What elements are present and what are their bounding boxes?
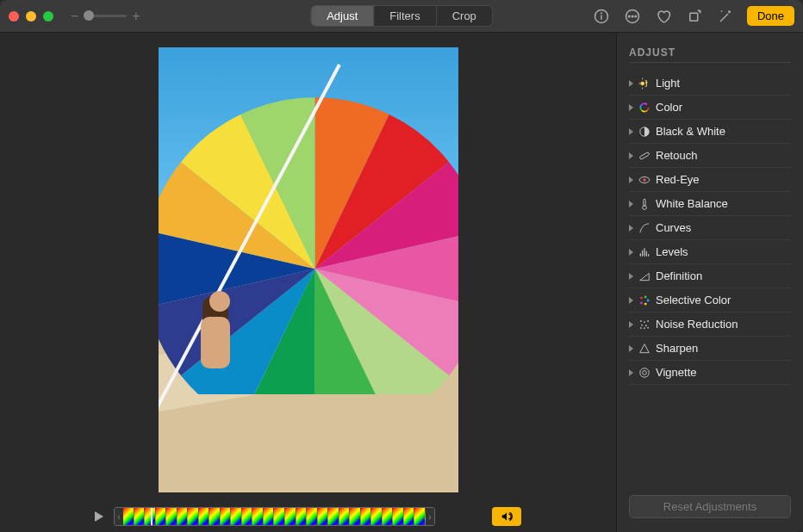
- zoom-slider[interactable]: − +: [71, 9, 140, 24]
- adjust-row-label: Color: [656, 101, 682, 114]
- favorite-heart-icon[interactable]: [654, 7, 673, 26]
- close-window-button[interactable]: [9, 11, 19, 22]
- bandage-icon: [638, 150, 650, 162]
- filmstrip-frame[interactable]: [296, 508, 308, 525]
- adjust-row-sharpen[interactable]: Sharpen: [629, 337, 791, 361]
- reset-adjustments-button[interactable]: Reset Adjustments: [629, 495, 791, 518]
- more-icon[interactable]: [623, 7, 642, 26]
- adjust-row-light[interactable]: Light: [629, 71, 791, 96]
- adjust-row-retouch[interactable]: Retouch: [629, 144, 791, 168]
- triangle-icon: [638, 270, 650, 282]
- chevron-right-icon: [629, 273, 633, 280]
- svg-rect-24: [639, 152, 650, 159]
- adjust-row-redeye[interactable]: Red-Eye: [629, 168, 791, 192]
- video-controls: ‹ ›: [0, 506, 616, 532]
- svg-point-36: [647, 299, 650, 301]
- filmstrip-frame[interactable]: [242, 508, 253, 525]
- zoom-thumb[interactable]: [84, 10, 94, 21]
- filmstrip-frame[interactable]: [393, 508, 404, 525]
- info-icon[interactable]: [592, 7, 611, 26]
- filmstrip-frame[interactable]: [328, 508, 339, 525]
- chevron-right-icon: [629, 128, 633, 135]
- tab-filters[interactable]: Filters: [374, 6, 436, 26]
- fullscreen-window-button[interactable]: [43, 11, 53, 22]
- adjust-row-definition[interactable]: Definition: [629, 264, 791, 288]
- tab-crop[interactable]: Crop: [437, 6, 492, 26]
- adjust-row-color[interactable]: Color: [629, 96, 791, 120]
- zoom-track[interactable]: [84, 15, 127, 17]
- adjust-row-bw[interactable]: Black & White: [629, 120, 791, 144]
- auto-enhance-wand-icon[interactable]: [716, 7, 735, 26]
- filmstrip-frame[interactable]: [252, 508, 264, 525]
- svg-point-26: [643, 178, 646, 182]
- canvas: [0, 33, 616, 506]
- thermometer-icon: [638, 198, 650, 210]
- chevron-right-icon: [629, 104, 633, 111]
- filmstrip-frame[interactable]: [264, 508, 275, 525]
- svg-point-6: [635, 15, 637, 17]
- zoom-out-icon: −: [71, 9, 78, 24]
- svg-line-13: [645, 85, 646, 86]
- filmstrip-frame[interactable]: [371, 508, 383, 525]
- filmstrip-frame[interactable]: [221, 508, 232, 525]
- rotate-icon[interactable]: [685, 7, 704, 26]
- traffic-lights: [9, 11, 53, 22]
- filmstrip-frame[interactable]: [383, 508, 394, 525]
- play-button[interactable]: [95, 511, 103, 522]
- adjust-row-label: Curves: [656, 221, 691, 234]
- chevron-right-icon: [629, 369, 633, 376]
- trim-handle-right[interactable]: ›: [426, 508, 434, 525]
- adjust-row-noise[interactable]: Noise Reduction: [629, 312, 791, 337]
- svg-point-45: [644, 327, 645, 329]
- adjust-row-label: Vignette: [656, 366, 696, 379]
- zoom-in-icon: +: [132, 9, 140, 24]
- minimize-window-button[interactable]: [26, 11, 36, 22]
- filmstrip-frame[interactable]: [361, 508, 372, 525]
- filmstrip-frame[interactable]: [123, 508, 134, 525]
- sharpen-triangle-icon: [638, 343, 650, 355]
- svg-point-44: [640, 327, 642, 329]
- filmstrip-frame[interactable]: [350, 508, 361, 525]
- filmstrip-frame[interactable]: [156, 508, 167, 525]
- svg-point-38: [640, 301, 643, 304]
- adjust-row-label: Sharpen: [656, 342, 698, 355]
- adjust-row-levels[interactable]: Levels: [629, 240, 791, 264]
- adjust-row-label: Noise Reduction: [656, 318, 738, 331]
- filmstrip-frame[interactable]: [318, 508, 329, 525]
- chevron-right-icon: [629, 152, 633, 159]
- rainbow-ring-icon: [638, 102, 650, 114]
- filmstrip[interactable]: ‹ ›: [114, 507, 435, 526]
- tab-adjust[interactable]: Adjust: [311, 6, 374, 26]
- adjustments-list: LightColorBlack & WhiteRetouchRed-EyeWhi…: [629, 71, 791, 385]
- filmstrip-frame[interactable]: [285, 508, 296, 525]
- filmstrip-frame[interactable]: [177, 508, 189, 525]
- filmstrip-frame[interactable]: [166, 508, 177, 525]
- adjust-row-label: Selective Color: [656, 294, 731, 306]
- filmstrip-frame[interactable]: [231, 508, 242, 525]
- trim-handle-left[interactable]: ‹: [115, 508, 123, 525]
- filmstrip-frame[interactable]: [274, 508, 285, 525]
- filmstrip-frame[interactable]: [188, 508, 199, 525]
- audio-toggle-button[interactable]: [492, 507, 521, 526]
- adjust-row-label: White Balance: [656, 197, 728, 210]
- chevron-right-icon: [629, 225, 633, 232]
- done-button[interactable]: Done: [747, 6, 794, 26]
- filmstrip-frame[interactable]: [404, 508, 415, 525]
- adjust-row-wb[interactable]: White Balance: [629, 192, 791, 216]
- filmstrip-frame[interactable]: [339, 508, 351, 525]
- edited-photo: [159, 47, 458, 492]
- adjust-row-curves[interactable]: Curves: [629, 216, 791, 240]
- adjust-row-vignette[interactable]: Vignette: [629, 361, 791, 385]
- adjust-row-selcolor[interactable]: Selective Color: [629, 288, 791, 312]
- filmstrip-frame[interactable]: [134, 508, 146, 525]
- svg-point-37: [644, 302, 647, 305]
- svg-line-12: [645, 79, 646, 80]
- playhead[interactable]: [151, 507, 153, 526]
- filmstrip-frame[interactable]: [199, 508, 210, 525]
- filmstrip-frame[interactable]: [414, 508, 426, 525]
- filmstrip-frame[interactable]: [209, 508, 221, 525]
- svg-rect-7: [690, 13, 698, 21]
- svg-point-8: [640, 81, 644, 85]
- filmstrip-frame[interactable]: [307, 508, 318, 525]
- chevron-right-icon: [629, 176, 633, 183]
